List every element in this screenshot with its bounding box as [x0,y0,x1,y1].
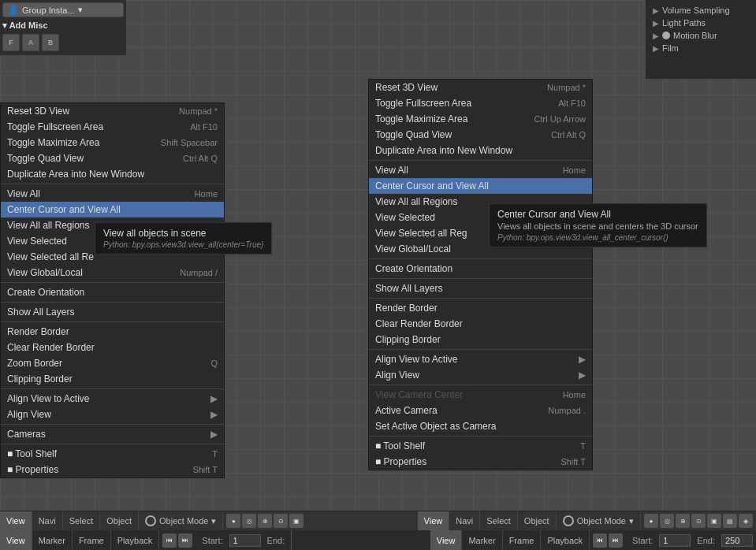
tab-object-right[interactable]: Object [518,511,557,530]
time-icon-1[interactable]: ⏮ [162,533,177,548]
right-active-camera[interactable]: Active Camera Numpad . [369,403,592,418]
left-center-cursor-view-all[interactable]: Center Cursor and View All [1,202,224,217]
left-start-end: Start: End: [196,534,291,547]
right-clear-render-border[interactable]: Clear Render Border [369,316,592,332]
right-time-icon-2[interactable]: ⏭ [609,533,623,548]
right-properties[interactable]: ■ Properties Shift T [369,454,592,470]
status-playback-right[interactable]: Playback [541,530,590,550]
tab-navi-right[interactable]: Navi [449,511,480,530]
right-create-orientation[interactable]: Create Orientation [369,261,592,277]
status-playback-left[interactable]: Playback [111,530,160,550]
left-reset-3d-view[interactable]: Reset 3D View Numpad * [1,103,224,119]
tooltip-right-python: Python: bpy.ops.view3d.view_all_center_c… [497,233,698,242]
right-set-active-object-camera[interactable]: Set Active Object as Camera [369,418,592,434]
motion-blur-item[interactable]: ▶ Motion Blur [650,29,752,42]
right-align-view[interactable]: Align View ▶ [369,367,592,383]
tab-object-left[interactable]: Object [100,511,139,530]
left-view-global-local[interactable]: View Global/Local Numpad / [1,265,224,281]
right-show-all-layers[interactable]: Show All Layers [369,281,592,296]
viewport-icon-4[interactable]: ⊙ [274,514,288,528]
left-create-orientation[interactable]: Create Orientation [1,284,224,300]
left-duplicate-area[interactable]: Duplicate Area into New Window [1,166,224,182]
right-time-icon-1[interactable]: ⏮ [593,533,607,548]
left-toggle-maximize[interactable]: Toggle Maximize Area Shift Spacebar [1,135,224,151]
group-icon: 👤 [8,5,19,15]
status-frame-left[interactable]: Frame [73,530,111,550]
viewport-icon-3[interactable]: ⊕ [258,514,272,528]
right-sep7 [369,436,592,437]
left-zoom-border[interactable]: Zoom Border Q [1,355,224,371]
right-sep5 [369,349,592,350]
tab-select-left[interactable]: Select [63,511,101,530]
status-view-right[interactable]: View [430,530,463,550]
status-view-left[interactable]: View [0,530,32,550]
right-tab-section: View Navi Select Object Object Mode ▾ ● … [418,511,756,530]
tab-navi-left[interactable]: Navi [32,511,63,530]
b-icon[interactable]: B [42,34,59,51]
dropdown-arrow-icon: ▾ [78,5,83,15]
left-render-border[interactable]: Render Border [1,324,224,340]
left-tool-shelf[interactable]: ■ Tool Shelf T [1,446,224,462]
tab-object-mode-right[interactable]: Object Mode ▾ [557,511,641,530]
right-toggle-quad[interactable]: Toggle Quad View Ctrl Alt Q [369,127,592,143]
start-input[interactable] [229,534,261,547]
status-marker-right[interactable]: Marker [462,530,502,550]
film-item[interactable]: ▶ Film [650,42,752,54]
right-reset-3d-view[interactable]: Reset 3D View Numpad * [369,80,592,95]
status-frame-right[interactable]: Frame [503,530,542,550]
left-clear-render-border[interactable]: Clear Render Border [1,340,224,355]
right-render-border[interactable]: Render Border [369,300,592,316]
submenu-arrow-icon: ▶ [210,409,218,420]
left-toggle-fullscreen[interactable]: Toggle Fullscreen Area Alt F10 [1,119,224,135]
volume-sampling-item[interactable]: ▶ Volume Sampling [650,4,752,17]
left-tooltip: View all objects in scene Python: bpy.op… [95,222,272,255]
end-label: End: [264,536,289,545]
viewport-icon-1[interactable]: ● [226,514,240,528]
left-align-view-to-active[interactable]: Align View to Active ▶ [1,391,224,407]
time-icon-2[interactable]: ⏭ [178,533,192,548]
light-paths-item[interactable]: ▶ Light Paths [650,17,752,29]
right-toggle-maximize[interactable]: Toggle Maximize Area Ctrl Up Arrow [369,111,592,127]
right-viewport-icon-3[interactable]: ⊕ [676,514,690,528]
group-instance-button[interactable]: 👤 Group Insta... ▾ [2,2,124,17]
right-start-input[interactable] [659,534,691,547]
left-align-view[interactable]: Align View ▶ [1,407,224,422]
f-icon[interactable]: F [2,34,20,51]
right-viewport-icon-1[interactable]: ● [644,514,658,528]
left-sep3 [1,302,224,303]
tab-view-left[interactable]: View [0,511,32,530]
left-sep4 [1,321,224,322]
right-viewport-icon-4[interactable]: ⊙ [691,514,706,528]
right-duplicate-area[interactable]: Duplicate Area into New Window [369,143,592,158]
left-cameras[interactable]: Cameras ▶ [1,426,224,442]
right-clipping-border[interactable]: Clipping Border [369,332,592,347]
left-show-all-layers[interactable]: Show All Layers [1,304,224,320]
toolbar-icons: F A B [2,34,124,51]
right-viewport-icon-7[interactable]: ◈ [739,514,753,528]
right-tool-shelf[interactable]: ■ Tool Shelf T [369,438,592,454]
start-label: Start: [199,536,225,545]
submenu-arrow-icon: ▶ [579,354,586,365]
right-viewport-icon-6[interactable]: ▤ [723,514,737,528]
left-view-all[interactable]: View All Home [1,186,224,202]
right-center-cursor-view-all[interactable]: Center Cursor and View All [369,178,592,194]
arrow-icon: ▶ [653,44,659,53]
viewport-icon-2[interactable]: ◎ [242,514,256,528]
viewport-icon-5[interactable]: ▣ [289,514,304,528]
tab-object-mode-left[interactable]: Object Mode ▾ [139,511,223,530]
left-properties[interactable]: ■ Properties Shift T [1,462,224,478]
right-align-view-to-active[interactable]: Align View to Active ▶ [369,351,592,367]
left-toggle-quad[interactable]: Toggle Quad View Ctrl Alt Q [1,151,224,166]
tab-view-right[interactable]: View [418,511,450,530]
right-toggle-fullscreen[interactable]: Toggle Fullscreen Area Alt F10 [369,95,592,111]
a-icon[interactable]: A [22,34,39,51]
right-end-input[interactable] [721,534,753,547]
right-viewport-icon-2[interactable]: ◎ [660,514,674,528]
right-viewport-icon-5[interactable]: ▣ [707,514,721,528]
right-end-label: End: [694,536,718,545]
left-clipping-border[interactable]: Clipping Border [1,371,224,387]
add-misc-label[interactable]: ▾ Add Misc [2,20,124,31]
status-marker-left[interactable]: Marker [32,530,73,550]
right-view-all[interactable]: View All Home [369,162,592,178]
tab-select-right[interactable]: Select [480,511,518,530]
